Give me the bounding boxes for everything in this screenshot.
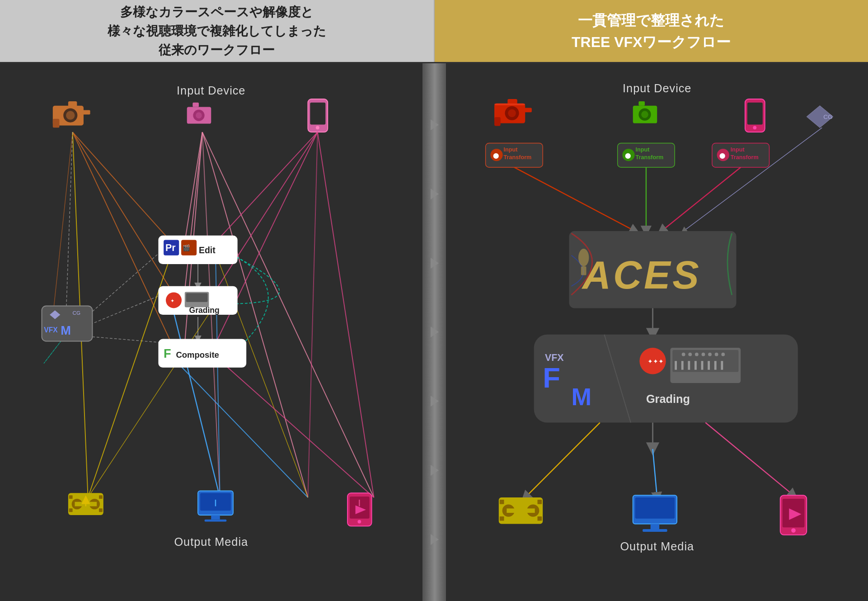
svg-line-14 (73, 132, 172, 242)
svg-text:Transform: Transform (503, 154, 531, 161)
divider-arrow-2 (431, 189, 439, 199)
svg-text:Input: Input (503, 147, 518, 153)
svg-rect-143 (694, 361, 696, 369)
svg-text:🎬: 🎬 (183, 244, 190, 252)
svg-text:M: M (61, 323, 71, 337)
svg-text:Input: Input (635, 147, 650, 153)
divider-arrow-1 (431, 119, 439, 130)
svg-rect-73 (211, 515, 220, 520)
svg-rect-68 (69, 508, 73, 512)
svg-rect-159 (537, 500, 542, 504)
svg-point-133 (681, 353, 685, 356)
svg-point-136 (701, 353, 705, 356)
divider-arrow-7 (431, 534, 439, 545)
svg-point-121 (578, 249, 589, 266)
svg-rect-157 (499, 500, 504, 504)
svg-rect-10 (192, 103, 199, 107)
svg-point-9 (196, 112, 202, 118)
svg-line-152 (705, 423, 793, 496)
svg-rect-94 (638, 101, 645, 106)
svg-text:F: F (543, 362, 560, 393)
svg-rect-145 (708, 361, 710, 369)
svg-line-150 (525, 423, 600, 497)
svg-rect-70 (99, 508, 103, 512)
svg-rect-6 (53, 119, 60, 128)
svg-text:Pr: Pr (165, 242, 176, 253)
svg-rect-158 (499, 516, 504, 521)
svg-line-26 (216, 132, 318, 290)
svg-rect-141 (681, 361, 683, 369)
svg-line-19 (185, 132, 202, 242)
svg-rect-122 (581, 266, 586, 275)
svg-text:Edit: Edit (199, 245, 216, 255)
svg-line-41 (88, 304, 216, 497)
svg-text:Grading: Grading (646, 393, 690, 405)
svg-text:✦: ✦ (170, 298, 174, 303)
svg-rect-5 (81, 110, 90, 114)
svg-point-4 (66, 111, 75, 119)
header-right: 一貫管理で整理された TREE VFXワークフロー (435, 0, 868, 62)
svg-text:Transform: Transform (730, 154, 758, 161)
svg-text:Input Device: Input Device (623, 82, 691, 95)
svg-line-151 (652, 449, 657, 497)
divider-arrow-3 (431, 258, 439, 269)
svg-text:⬤: ⬤ (625, 152, 631, 159)
header-left-text: 多様なカラースペースや解像度と 様々な視聴環境で複雑化してしまった 従来のワーク… (108, 3, 326, 60)
svg-line-20 (185, 132, 202, 290)
svg-text:⬤: ⬤ (719, 152, 725, 159)
svg-rect-162 (635, 497, 675, 519)
header: 多様なカラースペースや解像度と 様々な視聴環境で複雑化してしまった 従来のワーク… (0, 0, 868, 63)
svg-rect-89 (494, 117, 501, 126)
svg-line-25 (216, 132, 318, 242)
svg-text:Output Media: Output Media (174, 535, 248, 548)
svg-rect-88 (523, 108, 531, 113)
divider-arrow-4 (431, 327, 439, 337)
header-left: 多様なカラースペースや解像度と 様々な視聴環境で複雑化してしまった 従来のワーク… (0, 0, 435, 62)
svg-rect-53 (186, 293, 208, 302)
svg-point-135 (694, 353, 698, 356)
svg-line-15 (73, 132, 172, 290)
left-panel: Input Device (0, 63, 423, 601)
svg-point-97 (753, 126, 756, 129)
svg-rect-164 (643, 529, 667, 532)
svg-point-137 (708, 353, 712, 356)
svg-line-37 (172, 304, 220, 497)
svg-point-167 (791, 528, 796, 533)
svg-text:Output Media: Output Media (620, 540, 694, 553)
svg-rect-156 (507, 508, 535, 513)
svg-text:Transform: Transform (635, 154, 663, 161)
svg-text:Composite: Composite (176, 350, 219, 360)
main-container: 多様なカラースペースや解像度と 様々な視聴環境で複雑化してしまった 従来のワーク… (0, 0, 868, 601)
svg-text:✦✦✦: ✦✦✦ (647, 358, 663, 365)
svg-point-77 (357, 520, 361, 524)
svg-rect-2 (68, 101, 77, 108)
svg-text:F: F (164, 346, 171, 360)
svg-text:VFX: VFX (44, 326, 58, 334)
svg-text:CG: CG (823, 114, 832, 120)
svg-rect-69 (99, 495, 103, 499)
svg-rect-74 (205, 520, 227, 522)
svg-text:Grading: Grading (189, 306, 220, 315)
svg-point-134 (688, 353, 692, 356)
svg-rect-142 (688, 361, 690, 369)
svg-text:CG: CG (73, 310, 81, 316)
svg-line-28 (318, 132, 374, 497)
svg-text:M: M (571, 383, 591, 410)
svg-point-138 (714, 353, 718, 356)
divider-arrow-6 (431, 465, 439, 476)
header-right-text: 一貫管理で整理された TREE VFXワークフロー (572, 9, 731, 53)
svg-text:Input: Input (730, 147, 745, 153)
svg-rect-12 (310, 103, 325, 125)
svg-rect-147 (721, 361, 723, 369)
divider-arrow-5 (431, 396, 439, 407)
svg-point-13 (316, 126, 319, 129)
svg-point-93 (641, 111, 648, 118)
svg-rect-144 (701, 361, 703, 369)
svg-rect-140 (675, 361, 677, 369)
svg-text:⬤: ⬤ (493, 152, 499, 159)
content: Input Device (0, 63, 868, 601)
left-diagram-svg: Input Device (0, 63, 422, 601)
svg-point-139 (721, 353, 725, 356)
right-diagram-svg: Input Device (446, 63, 868, 601)
svg-rect-163 (650, 524, 659, 529)
